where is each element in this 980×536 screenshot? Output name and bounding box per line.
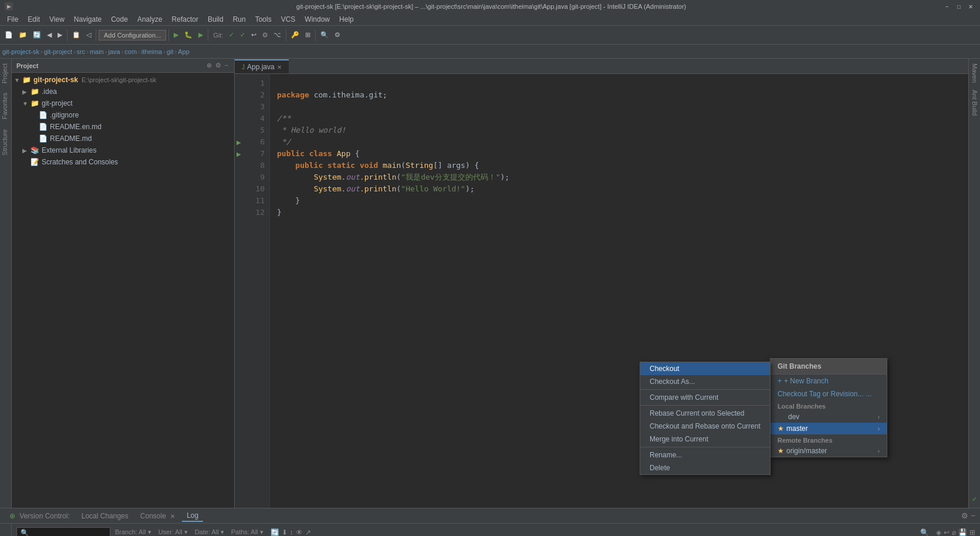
breadcrumb-src[interactable]: src <box>77 48 86 55</box>
add-configuration-button[interactable]: Add Configuration... <box>99 30 166 41</box>
sort-button[interactable]: ↕ <box>290 528 293 537</box>
menu-code[interactable]: Code <box>106 14 133 25</box>
ctx-checkout-rebase[interactable]: Checkout and Rebase onto Current <box>640 420 770 433</box>
tree-item-gitignore[interactable]: 📄 .gitignore <box>12 109 234 121</box>
maximize-button[interactable]: □ <box>954 2 964 11</box>
file-button[interactable]: 📋 <box>70 28 83 42</box>
log-search-input[interactable] <box>16 527 110 537</box>
menu-edit[interactable]: Edit <box>23 14 45 25</box>
branch-dev[interactable]: dev › <box>771 411 887 423</box>
structure-tab[interactable]: Structure <box>0 124 11 160</box>
vc-columns-icon[interactable]: ⊞ <box>969 528 975 537</box>
eye-button[interactable]: 👁 <box>296 528 303 537</box>
refresh-log-button[interactable]: 🔄 <box>271 528 279 537</box>
sync-button[interactable]: 🔄 <box>31 28 43 42</box>
panel-settings-button[interactable]: ⚙ <box>214 62 222 69</box>
menu-analyze[interactable]: Analyze <box>133 14 167 25</box>
tree-item-external-libs[interactable]: ▶ 📚 External Libraries <box>12 144 234 156</box>
local-changes-tab[interactable]: Local Changes <box>77 511 133 521</box>
ctx-rename[interactable]: Rename... <box>640 449 770 461</box>
tab-app-java[interactable]: J App.java ✕ <box>235 59 289 73</box>
close-button[interactable]: ✕ <box>966 2 975 11</box>
git-branch-button[interactable]: ⌥ <box>271 28 283 42</box>
settings-button[interactable]: ⚙ <box>332 28 343 42</box>
run-class-button[interactable]: ▶ <box>235 136 243 148</box>
branch-master[interactable]: ★ master › <box>771 423 887 434</box>
breadcrumb-java[interactable]: java <box>108 48 120 55</box>
tree-item-git-project[interactable]: ▼ 📁 git-project <box>12 97 234 109</box>
favorites-tab[interactable]: Favorites <box>0 88 11 124</box>
maven-tab[interactable]: Maven <box>970 61 979 85</box>
menu-window[interactable]: Window <box>300 14 334 25</box>
back2-button[interactable]: ◁ <box>84 28 93 42</box>
breadcrumb-app[interactable]: App <box>178 48 190 55</box>
breadcrumb-itheima[interactable]: itheima <box>141 48 162 55</box>
tree-item-root[interactable]: ▼ 📁 git-project-sk E:\project-sk\git-pro… <box>12 74 234 86</box>
run2-button[interactable]: ▶ <box>196 28 205 42</box>
ant-build-tab[interactable]: Ant Build <box>970 87 979 118</box>
share-button[interactable]: ↗ <box>305 528 311 537</box>
checkout-tag-action[interactable]: Checkout Tag or Revision... ... <box>771 387 887 400</box>
terminal-button[interactable]: ⊞ <box>303 28 313 42</box>
tree-item-idea[interactable]: ▶ 📁 .idea <box>12 86 234 97</box>
menu-help[interactable]: Help <box>334 14 359 25</box>
run-main-button[interactable]: ▶ <box>235 148 243 160</box>
console-tab[interactable]: Console ✕ <box>136 511 180 521</box>
menu-view[interactable]: View <box>45 14 69 25</box>
run-button[interactable]: ▶ <box>171 28 181 42</box>
ctx-compare[interactable]: Compare with Current <box>640 391 770 404</box>
panel-add-button[interactable]: ⊕ <box>205 62 213 69</box>
git-update-button[interactable]: ↩ <box>249 28 259 42</box>
menu-run[interactable]: Run <box>228 14 251 25</box>
tree-item-readme-en[interactable]: 📄 README.en.md <box>12 121 234 133</box>
menu-refactor[interactable]: Refactor <box>167 14 203 25</box>
git-commit-button[interactable]: ✓ <box>227 28 236 42</box>
vc-undo-icon[interactable]: ↩ <box>944 528 949 537</box>
branch-filter[interactable]: Branch: All ▾ <box>113 528 154 536</box>
key-button[interactable]: 🔑 <box>289 28 302 42</box>
ctx-delete[interactable]: Delete <box>640 461 770 474</box>
minimize-panel-icon[interactable]: − <box>971 511 975 520</box>
git-push-button[interactable]: ✓ <box>238 28 248 42</box>
menu-navigate[interactable]: Navigate <box>69 14 106 25</box>
log-tab[interactable]: Log <box>182 510 203 522</box>
vc-commit-icon[interactable]: ◈ <box>936 528 941 537</box>
fetch-button[interactable]: ⬇ <box>282 528 288 537</box>
menu-build[interactable]: Build <box>203 14 228 25</box>
user-filter[interactable]: User: All ▾ <box>156 528 190 536</box>
vc-merge-icon[interactable]: ⌀ <box>952 528 956 537</box>
breadcrumb-git-project-sk[interactable]: git-project-sk <box>2 48 39 55</box>
debug-button[interactable]: 🐛 <box>182 28 195 42</box>
project-tab[interactable]: Project <box>0 59 11 88</box>
git-history-button[interactable]: ⊙ <box>260 28 270 42</box>
breadcrumb-com[interactable]: com <box>124 48 137 55</box>
ctx-rebase[interactable]: Rebase Current onto Selected <box>640 407 770 420</box>
panel-minimize-button[interactable]: − <box>224 62 229 69</box>
new-file-button[interactable]: 📄 <box>2 28 15 42</box>
minimize-button[interactable]: − <box>942 2 952 11</box>
ctx-checkout[interactable]: Checkout <box>640 362 770 375</box>
menu-vcs[interactable]: VCS <box>276 14 300 25</box>
settings-icon[interactable]: ⚙ <box>961 511 968 520</box>
tree-item-scratches[interactable]: 📝 Scratches and Consoles <box>12 156 234 168</box>
console-close-icon[interactable]: ✕ <box>170 513 175 520</box>
close-tab-icon[interactable]: ✕ <box>277 64 282 70</box>
ctx-merge[interactable]: Merge into Current <box>640 433 770 446</box>
ctx-checkout-as[interactable]: Checkout As... <box>640 375 770 388</box>
back-button[interactable]: ◀ <box>45 28 54 42</box>
open-button[interactable]: 📁 <box>16 28 29 42</box>
forward-button[interactable]: ▶ <box>55 28 65 42</box>
menu-file[interactable]: File <box>2 14 23 25</box>
breadcrumb-git-project[interactable]: git-project <box>44 48 72 55</box>
vc-save-icon[interactable]: 💾 <box>958 528 967 537</box>
search-log-button[interactable]: 🔍 <box>920 528 929 537</box>
branch-origin-master[interactable]: ★ origin/master › <box>771 445 887 457</box>
search-everywhere-button[interactable]: 🔍 <box>318 28 331 42</box>
paths-filter[interactable]: Paths: All ▾ <box>229 528 266 536</box>
new-branch-action[interactable]: + + New Branch <box>771 375 887 387</box>
date-filter[interactable]: Date: All ▾ <box>192 528 227 536</box>
breadcrumb-git[interactable]: git <box>167 48 174 55</box>
menu-tools[interactable]: Tools <box>251 14 276 25</box>
tree-item-readme[interactable]: 📄 README.md <box>12 133 234 144</box>
breadcrumb-main[interactable]: main <box>90 48 104 55</box>
